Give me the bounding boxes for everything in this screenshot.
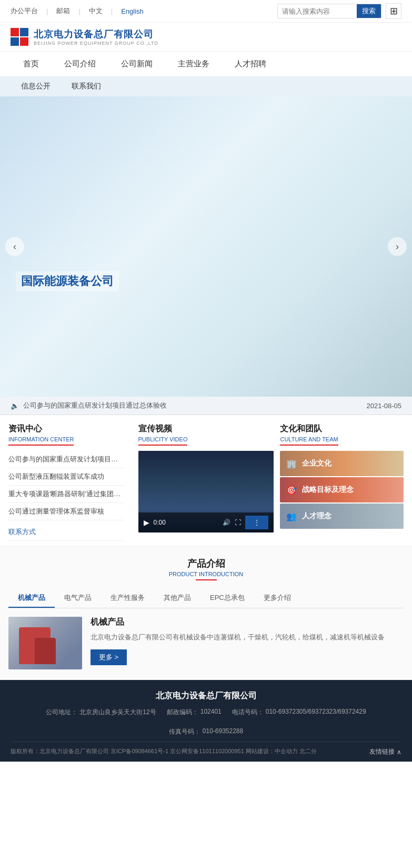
footer-address: 公司地址： 北京房山良乡吴天大街12号 bbox=[46, 708, 156, 717]
title-line bbox=[196, 579, 217, 580]
tab-electrical[interactable]: 电气产品 bbox=[55, 589, 101, 608]
footer: 北京电力设备总厂有限公司 公司地址： 北京房山良乡吴天大街12号 邮政编码： 1… bbox=[0, 680, 412, 762]
footer-fax-label: 传真号码： bbox=[169, 727, 200, 736]
culture-item-2[interactable]: 🎯 战略目标及理念 bbox=[280, 477, 404, 502]
culture-icon-3: 👥 bbox=[286, 511, 297, 521]
list-item[interactable]: 公司参与的国家重点研发计划项目通过总体... bbox=[8, 451, 124, 468]
footer-address-label: 公司地址： bbox=[46, 708, 77, 717]
culture-col: 文化和团队 CULTURE AND TEAM 🏢 企业文化 🎯 战略目标及理念 … bbox=[280, 423, 404, 541]
video-col: 宣传视频 PUBLICITY VIDEO ▶ 0:00 🔊 ⛶ ⋮ bbox=[138, 423, 274, 541]
ticker-message: 公司参与的国家重点研发计划项目通过总体验收 bbox=[23, 401, 167, 410]
chevron-down-icon: ∧ bbox=[397, 748, 401, 756]
more-options-button[interactable]: ⋮ bbox=[245, 516, 268, 529]
search-box: 搜索 bbox=[277, 4, 381, 18]
info-center-header: 资讯中心 INFORMATION CENTER bbox=[8, 423, 132, 446]
content-section: 资讯中心 INFORMATION CENTER 公司参与的国家重点研发计划项目通… bbox=[0, 415, 412, 546]
culture-icon-2: 🎯 bbox=[286, 485, 297, 495]
fullscreen-button[interactable]: ⛶ bbox=[235, 519, 241, 526]
list-item[interactable]: 重大专项课题'断路器研制'通过集团公司科... bbox=[8, 486, 124, 503]
info-center-title-cn: 资讯中心 bbox=[8, 423, 132, 435]
logo-sq-1 bbox=[11, 28, 19, 36]
logo-nav-wrapper: 北京电力设备总厂有限公司 BEIJING POWER EQUIPMENT GRO… bbox=[0, 23, 412, 96]
video-title-en: PUBLICITY VIDEO bbox=[138, 436, 188, 446]
list-item[interactable]: 公司通过测量管理体系监督审核 bbox=[8, 503, 124, 520]
hero-banner: 国际能源装备公司 ‹ › bbox=[0, 96, 412, 397]
info-center-title-en: INFORMATION CENTER bbox=[8, 436, 74, 446]
footer-copyright-text: 版权所有：北京电力设备总厂有限公司 京ICP备09084661号-1 京公网安备… bbox=[11, 747, 365, 755]
culture-item-3[interactable]: 👥 人才理念 bbox=[280, 504, 404, 529]
nav-item-recruit[interactable]: 人才招聘 bbox=[222, 52, 279, 76]
qr-code-icon[interactable]: ⊞ bbox=[386, 3, 401, 19]
product-title-cn: 产品介绍 bbox=[8, 557, 404, 570]
tab-production-service[interactable]: 生产性服务 bbox=[101, 589, 154, 608]
top-bar-left: 办公平台 | 邮箱 | 中文 | English bbox=[11, 6, 144, 16]
footer-phone-label: 电话号码： bbox=[232, 708, 264, 717]
product-name: 机械产品 bbox=[91, 617, 385, 628]
tab-more-intro[interactable]: 更多介绍 bbox=[254, 589, 300, 608]
video-title-cn: 宣传视频 bbox=[138, 423, 274, 435]
tab-other-products[interactable]: 其他产品 bbox=[154, 589, 200, 608]
video-time: 0:00 bbox=[154, 519, 166, 526]
banner-arrow-right[interactable]: › bbox=[388, 237, 407, 256]
play-button[interactable]: ▶ bbox=[144, 518, 149, 527]
culture-label-1: 企业文化 bbox=[302, 459, 331, 468]
nav-item-business[interactable]: 主营业务 bbox=[165, 52, 222, 76]
product-more-button[interactable]: 更多 > bbox=[91, 649, 127, 665]
tab-epc[interactable]: EPC总承包 bbox=[200, 589, 254, 608]
nav-item-news[interactable]: 公司新闻 bbox=[108, 52, 165, 76]
product-image bbox=[8, 617, 82, 669]
chinese-link[interactable]: 中文 bbox=[89, 6, 103, 16]
footer-info: 公司地址： 北京房山良乡吴天大街12号 邮政编码： 102401 电话号码： 0… bbox=[11, 708, 401, 736]
culture-label-2: 战略目标及理念 bbox=[302, 485, 354, 495]
product-section: 产品介绍 PRODUCT INTRODUCTION 机械产品 电气产品 生产性服… bbox=[0, 546, 412, 680]
footer-postal: 邮政编码： 102401 bbox=[167, 708, 222, 717]
logo-sq-2 bbox=[20, 28, 28, 36]
sub-nav: 信息公开 联系我们 bbox=[0, 76, 412, 96]
info-center-col: 资讯中心 INFORMATION CENTER 公司参与的国家重点研发计划项目通… bbox=[8, 423, 132, 541]
top-bar-right: 搜索 ⊞ bbox=[277, 3, 401, 19]
volume-button[interactable]: 🔊 bbox=[223, 519, 230, 526]
product-tabs: 机械产品 电气产品 生产性服务 其他产品 EPC总承包 更多介绍 bbox=[8, 589, 404, 608]
subnav-item-info[interactable]: 信息公开 bbox=[11, 76, 61, 96]
company-name-en: BEIJING POWER EQUIPMENT GROUP CO.,LTD bbox=[34, 41, 158, 46]
culture-title-cn: 文化和团队 bbox=[280, 423, 404, 435]
culture-header: 文化和团队 CULTURE AND TEAM bbox=[280, 423, 404, 446]
culture-item-1[interactable]: 🏢 企业文化 bbox=[280, 451, 404, 476]
speaker-icon: 🔈 bbox=[11, 402, 19, 410]
banner-text: 国际能源装备公司 bbox=[16, 271, 119, 291]
three-col-layout: 资讯中心 INFORMATION CENTER 公司参与的国家重点研发计划项目通… bbox=[8, 423, 404, 541]
footer-phone-value: 010-69372305/69372323/69372429 bbox=[266, 708, 366, 717]
search-input[interactable] bbox=[278, 5, 357, 17]
product-description: 北京电力设备总厂有限公司有机械设备中连薯煤机，干燥机，汽轮机，给煤机，减速机等机… bbox=[91, 632, 385, 643]
tab-mechanical[interactable]: 机械产品 bbox=[8, 589, 55, 608]
footer-postal-label: 邮政编码： bbox=[167, 708, 198, 717]
friendly-link-label: 友情链接 bbox=[369, 747, 395, 756]
search-button[interactable]: 搜索 bbox=[357, 4, 381, 18]
footer-fax: 传真号码： 010-69352288 bbox=[169, 727, 243, 736]
english-link[interactable]: English bbox=[121, 7, 144, 15]
friendly-link[interactable]: 友情链接 ∧ bbox=[369, 747, 401, 756]
product-title-en: PRODUCT INTRODUCTION bbox=[8, 571, 404, 577]
office-platform-link[interactable]: 办公平台 bbox=[11, 6, 38, 16]
culture-icon-1: 🏢 bbox=[286, 459, 297, 469]
subnav-item-contact[interactable]: 联系我们 bbox=[61, 76, 112, 96]
nav-item-intro[interactable]: 公司介绍 bbox=[52, 52, 108, 76]
nav-item-home[interactable]: 首页 bbox=[11, 52, 52, 76]
footer-address-value: 北京房山良乡吴天大街12号 bbox=[79, 708, 156, 717]
logo-sq-3 bbox=[11, 37, 19, 46]
list-item[interactable]: 公司新型液压翻辊装置试车成功 bbox=[8, 468, 124, 486]
product-info: 机械产品 北京电力设备总厂有限公司有机械设备中连薯煤机，干燥机，汽轮机，给煤机，… bbox=[91, 617, 385, 665]
footer-fax-value: 010-69352288 bbox=[203, 727, 243, 736]
footer-company-name: 北京电力设备总厂有限公司 bbox=[11, 691, 401, 702]
mail-link[interactable]: 邮箱 bbox=[56, 6, 70, 16]
logo-row: 北京电力设备总厂有限公司 BEIJING POWER EQUIPMENT GRO… bbox=[0, 23, 412, 51]
product-section-title: 产品介绍 PRODUCT INTRODUCTION bbox=[8, 557, 404, 580]
video-header: 宣传视频 PUBLICITY VIDEO bbox=[138, 423, 274, 446]
video-player[interactable]: ▶ 0:00 🔊 ⛶ ⋮ bbox=[138, 451, 274, 532]
company-name-cn: 北京电力设备总厂有限公司 bbox=[34, 28, 158, 41]
logo-icon bbox=[11, 28, 28, 46]
list-item[interactable]: 联系方式 bbox=[8, 524, 124, 541]
ticker-bar: 🔈 公司参与的国家重点研发计划项目通过总体验收 2021-08-05 bbox=[0, 397, 412, 415]
logo-text: 北京电力设备总厂有限公司 BEIJING POWER EQUIPMENT GRO… bbox=[34, 28, 158, 46]
banner-arrow-left[interactable]: ‹ bbox=[5, 237, 24, 256]
